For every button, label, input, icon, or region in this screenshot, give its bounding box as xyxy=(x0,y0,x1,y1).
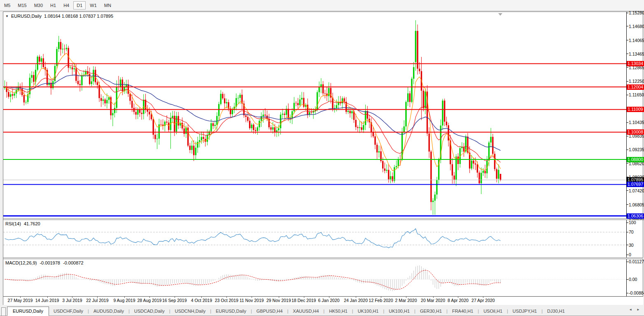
tab-scroll-right-icon[interactable]: ► xyxy=(637,308,640,311)
macd-indicator-label: MACD(12,26,9) -0.001978 -0.000872 xyxy=(5,260,84,265)
date-label: 16 Sep 2019 xyxy=(162,298,187,303)
chart-shift-marker-icon[interactable] xyxy=(498,13,502,16)
price-tick-label: 1.15280 xyxy=(629,10,644,15)
price-badge-1.11009: 1.11009 xyxy=(627,107,644,112)
chart-tab-usdchf-daily[interactable]: USDCHF,Daily xyxy=(49,307,88,316)
rsi-tick-mark xyxy=(626,255,628,255)
date-label: 3 Jul 2019 xyxy=(62,298,82,303)
timeframe-toolbar: M5M15M30H1H4D1W1MN xyxy=(0,0,644,11)
price-tick-mark xyxy=(626,190,628,191)
chart-tab-bar: EURUSD,DailyUSDCHF,Daily|AUDUSD,Daily|US… xyxy=(0,305,644,316)
date-label: 23 Oct 2019 xyxy=(215,298,238,303)
chart-tab-usdcnh-daily[interactable]: USDCNH,Daily xyxy=(170,307,210,316)
chart-tab-audusd-daily[interactable]: AUDUSD,Daily xyxy=(89,307,128,316)
rsi-value: 41.7620 xyxy=(24,221,40,226)
price-tick-label: 1.14065 xyxy=(629,38,644,43)
rsi-indicator-label: RSI(14) 41.7620 xyxy=(5,221,40,226)
chart-tab-usdjpy-h1[interactable]: USDJPY,H1 xyxy=(508,307,541,316)
price-tick-mark xyxy=(626,163,628,164)
price-tick-label: 1.07420 xyxy=(629,188,644,193)
date-label: 9 Aug 2019 xyxy=(113,298,135,303)
date-axis[interactable]: 27 May 201914 Jun 20193 Jul 201922 Jul 2… xyxy=(3,296,643,305)
date-label: 24 Jan 2020 xyxy=(344,298,368,303)
chart-tab-xauusd-h4[interactable]: XAUUSD,H4 xyxy=(288,307,323,316)
price-badge-1.06306: 1.06306 xyxy=(627,213,644,219)
date-label: 8 Apr 2020 xyxy=(448,298,469,303)
chart-tab-hk50-h1[interactable]: HK50,H1 xyxy=(324,307,352,316)
main-price-chart[interactable] xyxy=(3,12,626,218)
fast-ma xyxy=(5,53,501,171)
price-tick-label: 1.12250 xyxy=(629,79,644,84)
tab-scroll-arrows: ◄ ► xyxy=(629,308,640,311)
price-tick-label: 1.11650 xyxy=(629,92,644,97)
chart-tab-usdcad-daily[interactable]: USDCAD,Daily xyxy=(130,307,169,316)
macd-tick-mark xyxy=(626,293,628,293)
rsi-panel[interactable] xyxy=(3,220,626,257)
macd-signal-line xyxy=(5,270,501,289)
price-tick-mark xyxy=(626,40,628,40)
macd-tick-label: -0.008845 xyxy=(629,290,644,295)
price-tick-mark xyxy=(626,136,628,136)
tab-scroll-left-icon[interactable]: ◄ xyxy=(629,308,632,311)
date-label: 18 Dec 2019 xyxy=(292,298,316,303)
chart-tab-gbpusd-h4[interactable]: GBPUSD,H4 xyxy=(252,307,287,316)
price-badge-1.07697: 1.07697 xyxy=(627,182,644,187)
rsi-name: RSI(14) xyxy=(5,221,21,226)
rsi-tick-mark xyxy=(626,232,628,232)
price-tick-mark xyxy=(626,122,628,123)
price-badge-1.12004: 1.12004 xyxy=(627,84,644,90)
timeframe-button-m15[interactable]: M15 xyxy=(14,1,30,9)
chart-title-symbol: EURUSD,Daily xyxy=(11,14,42,19)
price-axis-line xyxy=(626,12,627,296)
date-label: 11 Nov 2019 xyxy=(240,298,264,303)
price-tick-mark xyxy=(626,81,628,82)
price-badge-1.13034: 1.13034 xyxy=(627,61,644,66)
macd-tick-label: 0.011277 xyxy=(629,259,644,264)
price-tick-mark xyxy=(626,204,628,205)
date-label: 12 Feb 2020 xyxy=(369,298,393,303)
price-badge-1.08800: 1.08800 xyxy=(627,157,644,162)
macd-tick-mark xyxy=(626,262,628,262)
date-label: 27 May 2019 xyxy=(8,298,33,303)
chevron-down-icon[interactable]: ▼ xyxy=(5,14,9,18)
slow-ma xyxy=(5,75,501,150)
timeframe-button-h1[interactable]: H1 xyxy=(47,1,59,9)
chart-tab-ger30-h1[interactable]: GER30,H1 xyxy=(415,307,446,316)
macd-panel[interactable] xyxy=(3,259,626,296)
price-tick-mark xyxy=(626,150,628,150)
price-tick-mark xyxy=(626,26,628,26)
chart-tab-dj30-h1[interactable]: DJ30,H1 xyxy=(543,307,569,316)
rsi-tick-label: 70 xyxy=(629,229,634,234)
timeframe-button-d1[interactable]: D1 xyxy=(73,1,86,9)
price-tick-label: 1.09235 xyxy=(629,147,644,152)
date-label: 20 Mar 2020 xyxy=(421,298,445,303)
date-label: 29 Nov 2019 xyxy=(266,298,291,303)
macd-tick-mark xyxy=(626,279,628,280)
chart-tab-eurusd-daily[interactable]: EURUSD,Daily xyxy=(7,307,49,316)
chart-tab-eurusd-daily[interactable]: EURUSD,Daily xyxy=(211,307,251,316)
price-tick-mark xyxy=(626,95,628,95)
timeframe-button-m5[interactable]: M5 xyxy=(1,1,14,9)
chart-tab-usoil-h1[interactable]: USOil,H1 xyxy=(479,307,507,316)
rsi-tick-label: 0 xyxy=(629,252,631,257)
timeframe-button-m30[interactable]: M30 xyxy=(31,1,46,9)
chart-tab-fra40-h1[interactable]: FRA40,H1 xyxy=(448,307,478,316)
chart-title: ▼ EURUSD,Daily 1.08164 1.08168 1.07837 1… xyxy=(5,14,113,19)
rsi-tick-label: 100 xyxy=(629,220,636,225)
price-tick-label: 1.06805 xyxy=(629,202,644,207)
chart-tab-uk100-h1[interactable]: UK100,H1 xyxy=(353,307,383,316)
price-badge-1.10008: 1.10008 xyxy=(627,129,644,135)
tab-stub[interactable] xyxy=(1,307,6,316)
macd-histogram xyxy=(5,265,501,291)
date-label: 2 Mar 2020 xyxy=(395,298,417,303)
price-tick-mark xyxy=(626,67,628,68)
macd-tick-label: 0.00 xyxy=(629,277,637,282)
chart-title-ohlc: 1.08164 1.08168 1.07837 1.07895 xyxy=(44,14,113,19)
timeframe-button-w1[interactable]: W1 xyxy=(86,1,100,9)
chart-tab-uk100-h1[interactable]: UK100,H1 xyxy=(384,307,414,316)
timeframe-button-h4[interactable]: H4 xyxy=(60,1,72,9)
date-label: 22 Jul 2019 xyxy=(86,298,108,303)
date-label: 6 Jan 2020 xyxy=(318,298,340,303)
timeframe-button-mn[interactable]: MN xyxy=(101,1,114,9)
mid-ma xyxy=(5,65,501,162)
